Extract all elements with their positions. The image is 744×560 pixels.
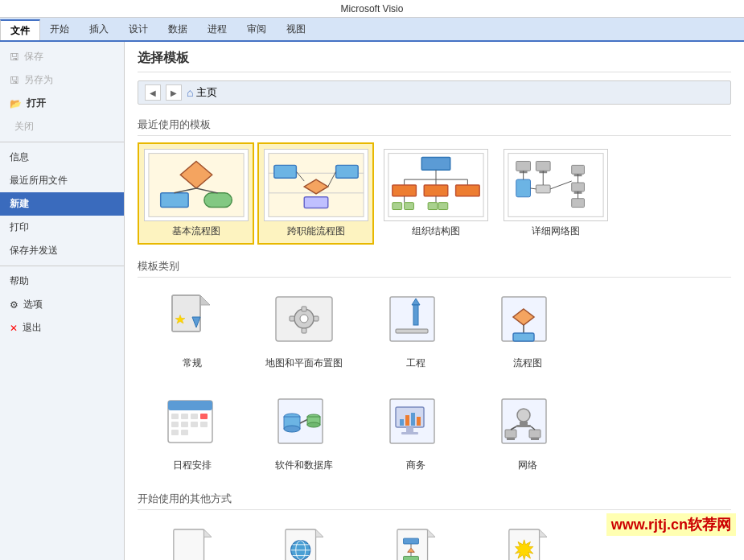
category-map[interactable]: 地图和平面布置图 <box>249 284 358 375</box>
sidebar-divider-2 <box>0 266 124 266</box>
svg-rect-95 <box>405 415 409 426</box>
svg-rect-96 <box>411 413 415 426</box>
nav-forward-button[interactable]: ▶ <box>166 84 182 101</box>
template-flowchart-label: 基本流程图 <box>172 224 220 238</box>
ribbon-tabs: 文件 开始 插入 设计 数据 进程 审阅 视图 <box>0 18 744 40</box>
sidebar: 🖫 保存 🖫 另存为 📂 打开 关闭 信息 最近所用文件 新建 打印 保存并发 <box>0 42 125 560</box>
svg-rect-104 <box>529 430 541 438</box>
home-icon: ⌂ <box>187 86 193 99</box>
sidebar-item-info[interactable]: 信息 <box>0 146 124 169</box>
sidebar-item-options[interactable]: ⚙ 选项 <box>0 293 124 316</box>
tab-view[interactable]: 视图 <box>277 18 316 40</box>
other-blank[interactable]: 空白绘图 <box>138 517 246 560</box>
office-icon-svg <box>280 525 328 560</box>
svg-rect-73 <box>181 414 188 419</box>
category-network[interactable]: 网络 <box>473 386 582 477</box>
sidebar-item-close[interactable]: 关闭 <box>0 115 124 138</box>
template-org-label: 组织结构图 <box>412 224 460 238</box>
template-flowchart[interactable]: 基本流程图 <box>138 142 254 245</box>
titlebar: Microsoft Visio <box>0 0 744 18</box>
tab-file[interactable]: 文件 <box>0 19 40 40</box>
svg-rect-2 <box>160 193 187 208</box>
category-flowcat[interactable]: 流程图 <box>473 284 582 375</box>
category-engineering-thumb <box>384 289 448 353</box>
template-cross[interactable]: 跨职能流程图 <box>257 142 374 245</box>
template-network-thumb <box>504 149 608 221</box>
svg-rect-77 <box>181 422 188 427</box>
blank-icon-svg <box>168 525 216 560</box>
svg-rect-94 <box>400 419 404 426</box>
svg-rect-69 <box>513 333 534 341</box>
existing-icon-svg <box>504 525 552 560</box>
svg-marker-111 <box>315 529 323 537</box>
svg-rect-32 <box>516 161 530 171</box>
other-sample[interactable]: 示例图表 <box>361 517 470 560</box>
nav-home-label: 主页 <box>196 85 217 100</box>
engineering-icon-svg <box>384 289 448 353</box>
tab-process[interactable]: 进程 <box>198 18 237 40</box>
category-general[interactable]: 常规 <box>138 284 246 375</box>
sidebar-item-exit[interactable]: ✕ 退出 <box>0 316 124 340</box>
ribbon: 文件 开始 插入 设计 数据 进程 审阅 视图 <box>0 18 744 42</box>
category-business[interactable]: 商务 <box>361 386 470 477</box>
svg-rect-20 <box>392 185 416 196</box>
svg-rect-101 <box>516 425 531 427</box>
tab-design[interactable]: 设计 <box>119 18 158 40</box>
svg-rect-10 <box>273 165 296 178</box>
sidebar-divider-1 <box>0 142 124 142</box>
template-org[interactable]: 组织结构图 <box>377 142 494 245</box>
sidebar-item-new[interactable]: 新建 <box>0 192 124 216</box>
other-existing[interactable]: 根据现有内容新建 <box>473 517 582 560</box>
svg-rect-26 <box>392 203 401 210</box>
svg-marker-125 <box>539 529 546 537</box>
other-existing-thumb <box>495 521 560 560</box>
svg-rect-27 <box>404 203 413 210</box>
recent-section-title: 最近使用的模板 <box>138 114 731 136</box>
sidebar-item-help[interactable]: 帮助 <box>0 270 124 293</box>
sample-icon-svg <box>392 525 440 560</box>
sidebar-item-recent[interactable]: 最近所用文件 <box>0 169 124 192</box>
category-engineering[interactable]: 工程 <box>361 284 470 375</box>
category-schedule[interactable]: 日程安排 <box>138 386 246 477</box>
svg-rect-24 <box>455 185 479 196</box>
svg-marker-51 <box>200 295 210 305</box>
svg-rect-59 <box>302 328 306 333</box>
other-office[interactable]: Office.com 模板 <box>249 517 358 560</box>
category-map-label: 地图和平面布置图 <box>265 356 343 370</box>
other-blank-thumb <box>160 521 224 560</box>
category-software[interactable]: 软件和数据库 <box>249 386 358 477</box>
cross-svg <box>265 149 368 221</box>
other-sample-thumb <box>384 521 448 560</box>
category-flowcat-thumb <box>495 289 560 353</box>
network-svg <box>504 149 607 221</box>
nav-back-button[interactable]: ◀ <box>145 84 161 101</box>
nav-home[interactable]: ⌂ 主页 <box>187 85 217 100</box>
svg-marker-118 <box>427 529 434 537</box>
tab-data[interactable]: 数据 <box>158 18 198 40</box>
sidebar-item-savesend[interactable]: 保存并发送 <box>0 239 124 262</box>
saveas-icon: 🖫 <box>10 75 19 86</box>
svg-rect-45 <box>571 199 584 208</box>
sidebar-item-print[interactable]: 打印 <box>0 216 124 239</box>
svg-rect-30 <box>438 203 447 210</box>
svg-rect-78 <box>191 422 198 427</box>
svg-rect-64 <box>413 305 418 325</box>
sidebar-item-saveas[interactable]: 🖫 另存为 <box>0 68 124 92</box>
svg-point-57 <box>300 315 308 323</box>
svg-rect-36 <box>516 179 530 197</box>
svg-rect-14 <box>304 197 328 208</box>
tab-review[interactable]: 审阅 <box>237 18 277 40</box>
sidebar-item-save[interactable]: 🖫 保存 <box>0 45 124 68</box>
other-section-title: 开始使用的其他方式 <box>138 488 731 510</box>
nav-bar: ◀ ▶ ⌂ 主页 <box>138 80 731 105</box>
template-network[interactable]: 详细网络图 <box>497 142 614 245</box>
svg-rect-3 <box>203 193 231 208</box>
svg-rect-22 <box>424 185 448 196</box>
category-map-thumb <box>272 289 336 353</box>
tab-start[interactable]: 开始 <box>40 18 80 40</box>
tab-insert[interactable]: 插入 <box>80 18 119 40</box>
category-general-thumb <box>160 289 224 353</box>
sidebar-item-open[interactable]: 📂 打开 <box>0 92 124 115</box>
svg-rect-71 <box>168 401 212 410</box>
schedule-icon-svg <box>160 391 224 455</box>
